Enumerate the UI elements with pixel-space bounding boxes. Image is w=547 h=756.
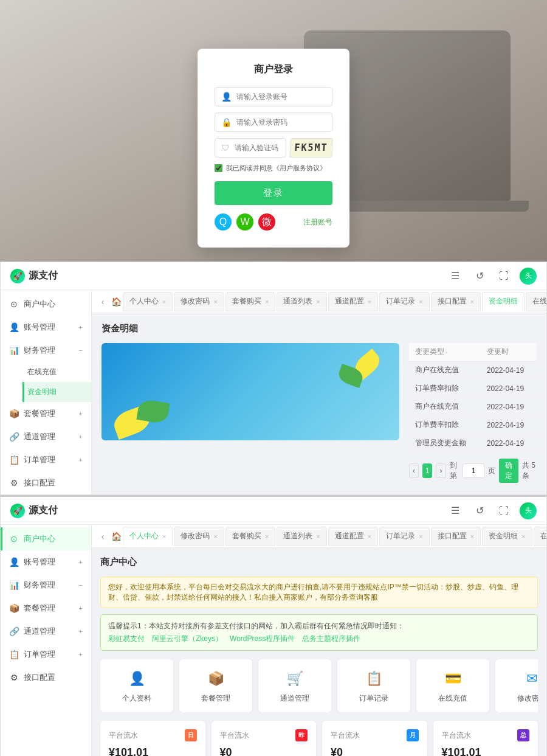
tab-online-recharge-2[interactable]: 在线充值 × <box>534 527 547 546</box>
sidebar-item-account-2[interactable]: 👤 账号管理 + <box>1 550 91 574</box>
tab-close-finance-detail-2[interactable]: × <box>521 533 525 540</box>
sidebar-item-package-2[interactable]: 📦 套餐管理 + <box>1 597 91 620</box>
tab-finance-detail-2[interactable]: 资金明细 × <box>482 527 532 546</box>
tab-close-channel-list-2[interactable]: × <box>316 533 320 540</box>
sidebar-item-online-recharge[interactable]: 在线充值 <box>22 362 91 382</box>
tab-channel-config[interactable]: 通道配置 × <box>328 292 378 311</box>
tab-close-interface-config[interactable]: × <box>470 298 474 305</box>
page-1-btn[interactable]: 1 <box>422 463 432 478</box>
password-input[interactable] <box>236 118 326 127</box>
page-total-text: 共 5 条 <box>522 460 537 481</box>
tab-close-channel-config[interactable]: × <box>368 298 371 305</box>
tab-close-personal-center[interactable]: × <box>162 298 166 305</box>
dash-card-password[interactable]: ✉ 修改密码 <box>495 659 538 712</box>
tab-close-package-buy[interactable]: × <box>265 298 269 305</box>
account-expand-icon: + <box>79 324 83 331</box>
sidebar-item-package-manage[interactable]: 📦 套餐管理 + <box>1 402 91 425</box>
tab-package-buy[interactable]: 套餐购买 × <box>225 292 275 311</box>
tab-package-buy-2[interactable]: 套餐购买 × <box>225 527 275 546</box>
refresh-icon-finance[interactable]: ↺ <box>471 268 488 285</box>
package-dash-icon: 📦 <box>205 668 227 690</box>
fullscreen-icon-merchant[interactable]: ⛶ <box>495 502 512 519</box>
username-input[interactable] <box>236 92 326 101</box>
tab-personal-center[interactable]: 个人中心 × <box>123 292 173 311</box>
tip-link-theme[interactable]: 总务主题程序插件 <box>302 634 360 644</box>
main-layout-merchant: ⊙ 商户中心 👤 账号管理 + 📊 财务管理 − 📦 套餐管理 + 🔗 通道管理 <box>1 525 546 756</box>
sidebar-item-finance-manage[interactable]: 📊 财务管理 − <box>1 339 91 362</box>
tip-link-rainbow[interactable]: 彩虹易支付 <box>108 634 145 644</box>
order-expand-icon: + <box>79 456 83 463</box>
tab-close-package-buy-2[interactable]: × <box>265 533 269 540</box>
expand-icon-merchant[interactable]: ☰ <box>447 502 464 519</box>
weibo-login-icon[interactable]: 微 <box>258 213 275 231</box>
tab-change-password-2[interactable]: 修改密码 × <box>174 527 224 546</box>
fullscreen-icon-finance[interactable]: ⛶ <box>495 268 512 285</box>
sidebar-item-channel-manage[interactable]: 🔗 通道管理 + <box>1 425 91 448</box>
tab-channel-list[interactable]: 通道列表 × <box>277 292 326 311</box>
tab-prev-arrow[interactable]: ‹ <box>95 294 110 309</box>
tab-interface-config-2[interactable]: 接口配置 × <box>431 527 481 546</box>
tip-link-wordpress[interactable]: WordPress程序插件 <box>230 634 295 644</box>
tab-home-2[interactable]: 🏠 <box>111 528 122 545</box>
sidebar-item-order-2[interactable]: 📋 订单管理 + <box>1 643 91 666</box>
page-next-btn[interactable]: › <box>436 463 446 478</box>
tab-label-finance-detail: 资金明细 <box>489 296 518 307</box>
sidebar-item-account-manage[interactable]: 👤 账号管理 + <box>1 316 91 339</box>
agree-checkbox[interactable] <box>215 164 222 172</box>
tab-interface-config[interactable]: 接口配置 × <box>431 292 481 311</box>
sidebar-item-order-manage[interactable]: 📋 订单管理 + <box>1 448 91 471</box>
tab-label-channel-config-2: 通道配置 <box>335 531 364 541</box>
avatar-finance[interactable]: 头 <box>520 268 537 285</box>
password-field-wrapper: 🔒 <box>215 113 332 132</box>
login-button[interactable]: 登录 <box>215 181 332 205</box>
sidebar-item-finance-2[interactable]: 📊 财务管理 − <box>1 574 91 597</box>
tab-label-interface-config: 接口配置 <box>438 296 467 307</box>
flow-amount-total: ¥101.01 <box>442 746 530 756</box>
orders-dash-icon: 📋 <box>363 668 385 690</box>
page-prev-btn[interactable]: ‹ <box>409 463 419 478</box>
tab-personal-center-2[interactable]: 个人中心 × <box>123 527 173 546</box>
dash-card-channel[interactable]: 🛒 通道管理 <box>258 659 331 712</box>
tip-link-alicloud[interactable]: 阿里云引擎（Zkeys） <box>152 634 222 644</box>
tab-close-channel-list[interactable]: × <box>316 298 320 305</box>
sidebar-item-interface-2[interactable]: ⚙ 接口配置 <box>1 666 91 689</box>
qq-login-icon[interactable]: Q <box>215 213 232 231</box>
page-confirm-btn[interactable]: 确定 <box>499 459 518 483</box>
captcha-input[interactable] <box>235 144 280 152</box>
wechat-login-icon[interactable]: W <box>236 213 253 231</box>
page-goto-input[interactable] <box>463 463 484 478</box>
register-link[interactable]: 注册账号 <box>303 217 332 227</box>
tab-channel-config-2[interactable]: 通道配置 × <box>328 527 378 546</box>
sidebar-item-interface-config[interactable]: ⚙ 接口配置 <box>1 471 91 494</box>
tab-close-change-password[interactable]: × <box>213 298 217 305</box>
tab-finance-detail[interactable]: 资金明细 <box>482 292 525 311</box>
avatar-merchant[interactable]: 头 <box>520 502 537 519</box>
col-header-time: 变更时 <box>481 343 537 361</box>
sidebar-item-merchant-center-2[interactable]: ⊙ 商户中心 <box>1 527 91 550</box>
tab-close-change-password-2[interactable]: × <box>213 533 217 540</box>
pagination-finance: ‹ 1 › 到第 页 确定 共 5 条 <box>409 459 537 483</box>
tab-channel-list-2[interactable]: 通道列表 × <box>277 527 326 546</box>
tab-close-channel-config-2[interactable]: × <box>368 533 371 540</box>
tab-order-records-2[interactable]: 订单记录 × <box>379 527 429 546</box>
sidebar-item-merchant-center[interactable]: ⊙ 商户中心 <box>1 293 91 316</box>
sidebar-item-channel-2[interactable]: 🔗 通道管理 + <box>1 620 91 643</box>
dash-card-package[interactable]: 📦 套餐管理 <box>179 659 252 712</box>
tab-home[interactable]: 🏠 <box>111 293 122 310</box>
sidebar-item-finance-detail[interactable]: 资金明细 <box>22 382 91 402</box>
tab-order-records[interactable]: 订单记录 × <box>379 292 429 311</box>
tab-close-interface-config-2[interactable]: × <box>470 533 474 540</box>
tab-close-personal-center-2[interactable]: × <box>162 533 166 540</box>
captcha-image[interactable]: FK5MT <box>289 138 333 158</box>
expand-icon-finance[interactable]: ☰ <box>447 268 464 285</box>
tab-close-order-records[interactable]: × <box>419 298 422 305</box>
tab-online-recharge[interactable]: 在线充值 × <box>526 292 546 311</box>
dash-card-recharge[interactable]: 💳 在线充值 <box>416 659 489 712</box>
tab-prev-arrow-2[interactable]: ‹ <box>95 529 110 544</box>
tab-close-order-records-2[interactable]: × <box>419 533 422 540</box>
refresh-icon-merchant[interactable]: ↺ <box>471 502 488 519</box>
brand-name-merchant: 源支付 <box>29 504 58 517</box>
tab-change-password[interactable]: 修改密码 × <box>174 292 224 311</box>
dash-card-orders[interactable]: 📋 订单记录 <box>337 659 410 712</box>
dash-card-profile[interactable]: 👤 个人资料 <box>100 659 173 712</box>
